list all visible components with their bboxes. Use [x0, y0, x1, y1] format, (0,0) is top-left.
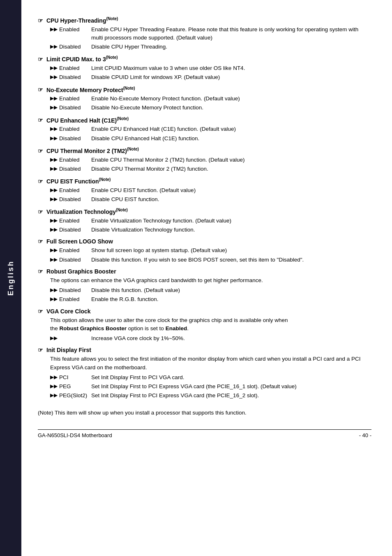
footer-right: - 40 -	[359, 432, 371, 438]
option-row: ▶▶ Disabled Disable CPU Thermal Monitor …	[50, 165, 371, 173]
section-no-execute: ☞ No-Execute Memory Protect(Note) ▶▶ Ena…	[38, 86, 371, 112]
option-row: ▶▶ Disabled Disable CPU EIST function.	[50, 195, 371, 204]
option-row: ▶▶ Enabled Enable No-Execute Memory Prot…	[50, 95, 371, 103]
cursor-icon: ☞	[38, 148, 43, 154]
option-row: ▶▶ Enabled Enable the R.G.B. function.	[50, 295, 371, 303]
cursor-icon: ☞	[38, 117, 43, 123]
cursor-icon: ☞	[38, 268, 43, 275]
cursor-icon: ☞	[38, 238, 43, 245]
option-row: ▶▶ Enabled Show full screen logo at syst…	[50, 246, 371, 255]
cursor-icon: ☞	[38, 208, 43, 215]
cursor-icon: ☞	[38, 56, 43, 63]
sidebar: English	[0, 0, 21, 556]
section-full-screen-logo: ☞ Full Screen LOGO Show ▶▶ Enabled Show …	[38, 238, 371, 264]
section-desc: This option allows the user to alter the…	[50, 316, 371, 333]
section-cpu-enhanced-halt: ☞ CPU Enhanced Halt (C1E)(Note) ▶▶ Enabl…	[38, 116, 371, 143]
footer-left: GA-N650SLI-DS4 Motherboard	[38, 432, 112, 438]
note-section: (Note) This item will show up when you i…	[38, 408, 371, 417]
note-text: (Note) This item will show up when you i…	[38, 410, 247, 416]
option-row: ▶▶ PEG(Slot2) Set Init Display First to …	[50, 392, 371, 400]
section-virtualization: ☞ Virtualization Technology(Note) ▶▶ Ena…	[38, 208, 371, 234]
option-row: ▶▶ Increase VGA core clock by 1%~50%.	[50, 334, 371, 343]
option-row: ▶▶ Disabled Disable CPU Hyper Threading.	[50, 43, 371, 51]
option-row: ▶▶ Enabled Enable Virtualization Technol…	[50, 217, 371, 225]
section-limit-cpuid: ☞ Limit CPUID Max. to 3(Note) ▶▶ Enabled…	[38, 55, 371, 81]
section-init-display-first: ☞ Init Display First This feature allows…	[38, 347, 371, 400]
section-desc: The options can enhance the VGA graphics…	[50, 276, 371, 285]
option-row: ▶▶ Enabled Limit CPUID Maximum value to …	[50, 64, 371, 72]
section-cpu-hyper-threading: ☞ CPU Hyper-Threading(Note) ▶▶ Enabled E…	[38, 16, 371, 51]
section-title-cpu-hyper-threading: ☞ CPU Hyper-Threading(Note)	[38, 16, 371, 24]
option-row: ▶▶ Enabled Enable CPU Hyper Threading Fe…	[50, 25, 371, 42]
option-row: ▶▶ PEG Set Init Display First to PCI Exp…	[50, 382, 371, 391]
main-content: ☞ CPU Hyper-Threading(Note) ▶▶ Enabled E…	[21, 0, 392, 556]
footer: GA-N650SLI-DS4 Motherboard - 40 -	[38, 429, 371, 438]
section-desc: This feature allows you to select the fi…	[50, 355, 371, 372]
cursor-icon: ☞	[38, 308, 43, 315]
cursor-icon: ☞	[38, 178, 43, 185]
section-vga-core-clock: ☞ VGA Core Clock This option allows the …	[38, 308, 371, 343]
option-row: ▶▶ Disabled Disable CPU Enhanced Halt (C…	[50, 134, 371, 143]
section-cpu-thermal-monitor: ☞ CPU Thermal Monitor 2 (TM2)(Note) ▶▶ E…	[38, 147, 371, 173]
section-cpu-eist: ☞ CPU EIST Function(Note) ▶▶ Enabled Ena…	[38, 177, 371, 204]
option-row: ▶▶ Enabled Enable CPU Thermal Monitor 2 …	[50, 156, 371, 164]
option-row: ▶▶ PCI Set Init Display First to PCI VGA…	[50, 373, 371, 382]
option-row: ▶▶ Disabled Disable CPUID Limit for wind…	[50, 73, 371, 81]
cursor-icon: ☞	[38, 86, 43, 93]
option-row: ▶▶ Enabled Enable CPU Enhanced Halt (C1E…	[50, 125, 371, 133]
option-row: ▶▶ Enabled Enable CPU EIST function. (De…	[50, 186, 371, 195]
option-row: ▶▶ Disabled Disable this function. If yo…	[50, 256, 371, 264]
option-row: ▶▶ Disabled Disable this function. (Defa…	[50, 286, 371, 294]
option-row: ▶▶ Disabled Disable No-Execute Memory Pr…	[50, 104, 371, 112]
cursor-icon: ☞	[38, 17, 43, 24]
cursor-icon: ☞	[38, 347, 43, 353]
option-row: ▶▶ Disabled Disable Virtualization Techn…	[50, 226, 371, 234]
sidebar-label: English	[7, 260, 15, 296]
section-robust-graphics: ☞ Robust Graphics Booster The options ca…	[38, 268, 371, 304]
